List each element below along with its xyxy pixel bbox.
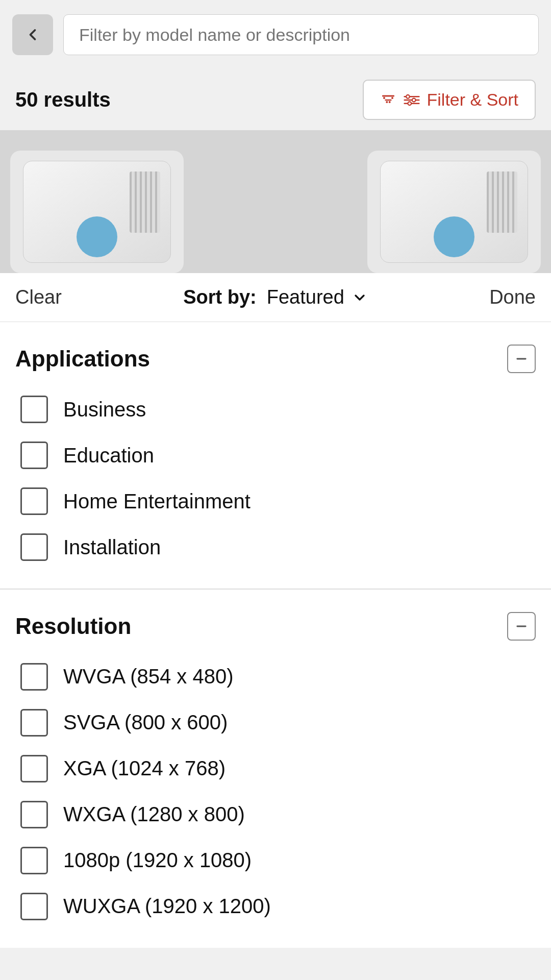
svg-point-12 <box>408 102 411 105</box>
applications-section-header[interactable]: Applications <box>15 322 536 388</box>
checkbox-xga[interactable] <box>20 755 48 782</box>
label-wuxga: WUXGA (1920 x 1200) <box>63 895 271 918</box>
projector-left <box>10 151 184 273</box>
label-wvga: WVGA (854 x 480) <box>63 665 233 688</box>
option-wvga[interactable]: WVGA (854 x 480) <box>15 656 536 698</box>
option-business[interactable]: Business <box>15 388 536 430</box>
search-input[interactable] <box>63 14 539 55</box>
label-business: Business <box>63 398 146 421</box>
option-1080p[interactable]: 1080p (980 x 551) <box>15 840 536 881</box>
option-wxga[interactable]: WXGA (1280 x 800) <box>15 794 536 836</box>
svg-point-11 <box>412 98 415 102</box>
applications-collapse-icon <box>507 345 536 373</box>
projector-right <box>367 151 541 273</box>
product-preview <box>0 130 551 273</box>
sort-by-label: Sort by: <box>183 286 257 308</box>
back-button[interactable] <box>12 14 53 55</box>
chevron-down-icon <box>352 289 368 306</box>
resolution-section-title: Resolution <box>15 614 131 639</box>
label-installation: Installation <box>63 536 161 559</box>
checkbox-wxga[interactable] <box>20 801 48 828</box>
header <box>0 0 551 69</box>
resolution-section-header[interactable]: Resolution <box>15 590 536 656</box>
option-education[interactable]: Education <box>15 434 536 476</box>
option-installation[interactable]: Installation <box>15 526 536 568</box>
checkbox-home-entertainment[interactable] <box>20 487 48 515</box>
checkbox-1080p[interactable] <box>20 847 48 874</box>
applications-section-title: Applications <box>15 346 150 372</box>
results-count: 50 results <box>15 88 111 111</box>
option-svga[interactable]: SVGA (800 x 600) <box>15 702 536 744</box>
svg-point-10 <box>406 94 410 98</box>
option-wuxga[interactable]: WUXGA (1920 x 1200) <box>15 886 536 927</box>
checkbox-business[interactable] <box>20 396 48 423</box>
filter-panel: Applications Business Education Home Ent… <box>0 322 551 948</box>
sort-value-label: Featured <box>267 286 344 308</box>
applications-section: Applications Business Education Home Ent… <box>0 322 551 589</box>
filter-sort-button[interactable]: Filter & Sort <box>363 80 536 120</box>
label-xga: XGA (1024 x 768) <box>63 757 226 780</box>
applications-options: Business Education Home Entertainment In… <box>15 388 536 589</box>
clear-button[interactable]: Clear <box>15 286 62 308</box>
filter-icon <box>404 92 420 108</box>
minus-icon <box>514 352 529 366</box>
option-xga[interactable]: XGA (1024 x 768) <box>15 748 536 790</box>
checkbox-installation[interactable] <box>20 533 48 561</box>
resolution-collapse-icon <box>507 612 536 641</box>
checkbox-wuxga[interactable] <box>20 893 48 920</box>
results-bar: 50 results Filter & Sort <box>0 69 551 130</box>
label-wxga: WXGA (1280 x 800) <box>63 803 245 826</box>
checkbox-svga[interactable] <box>20 709 48 737</box>
label-education: Education <box>63 444 154 467</box>
minus-icon-resolution <box>514 619 529 633</box>
sort-value-dropdown[interactable]: Featured <box>267 286 368 308</box>
resolution-options: WVGA (854 x 480) SVGA (800 x 600) XGA (1… <box>15 656 536 948</box>
checkbox-education[interactable] <box>20 442 48 469</box>
option-home-entertainment[interactable]: Home Entertainment <box>15 480 536 522</box>
checkbox-wvga[interactable] <box>20 663 48 691</box>
done-button[interactable]: Done <box>489 286 536 308</box>
resolution-section: Resolution WVGA (854 x 480) SVGA (800 x … <box>0 590 551 948</box>
label-1080p: 1080p (980 x 551) <box>63 849 252 872</box>
sort-bar: Clear Sort by: Featured Done <box>0 273 551 322</box>
label-home-entertainment: Home Entertainment <box>63 490 251 513</box>
filter-sort-label: Filter & Sort <box>427 90 518 110</box>
label-svga: SVGA (800 x 600) <box>63 711 228 734</box>
